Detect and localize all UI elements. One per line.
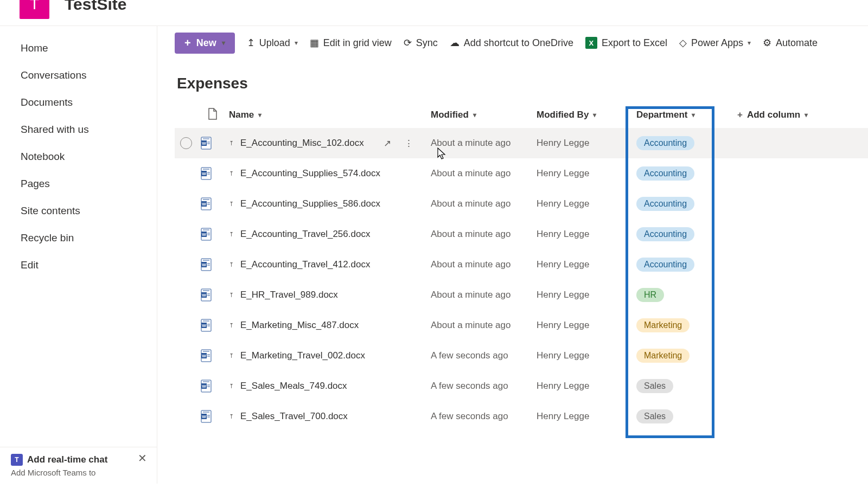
modified-by-cell[interactable]: Henry Legge (537, 320, 629, 331)
word-doc-icon: W (201, 167, 225, 180)
site-logo[interactable]: T (20, 0, 49, 19)
col-name[interactable]: Name ▾ (225, 110, 431, 120)
department-cell: Marketing (629, 349, 716, 363)
col-modified[interactable]: Modified ▾ (431, 110, 537, 120)
power-apps-button[interactable]: ◇ Power Apps ▾ (679, 37, 751, 49)
add-shortcut-button[interactable]: ☁ Add shortcut to OneDrive (450, 37, 573, 49)
svg-text:W: W (202, 262, 206, 267)
nav-item-home[interactable]: Home (0, 35, 157, 62)
left-nav: HomeConversationsDocumentsShared with us… (0, 26, 157, 484)
file-name[interactable]: ⤒E_Accounting_Travel_256.docx (225, 229, 431, 240)
export-excel-button[interactable]: X Export to Excel (585, 37, 667, 49)
new-indicator-icon: ⤒ (229, 140, 234, 147)
modified-by-cell[interactable]: Henry Legge (537, 381, 629, 391)
new-button[interactable]: + New ▾ (175, 33, 235, 54)
modified-by-cell[interactable]: Henry Legge (537, 411, 629, 422)
upload-icon: ↥ (247, 37, 255, 49)
nav-item-edit[interactable]: Edit (0, 252, 157, 279)
modified-by-cell[interactable]: Henry Legge (537, 350, 629, 361)
sync-button[interactable]: ⟳ Sync (404, 37, 438, 49)
table-row[interactable]: W⤒E_Accounting_Supplies_586.docxAbout a … (175, 189, 868, 219)
nav-item-notebook[interactable]: Notebook (0, 143, 157, 170)
svg-text:W: W (202, 171, 206, 176)
department-cell: Accounting (629, 227, 716, 241)
edit-grid-label: Edit in grid view (323, 37, 392, 49)
word-doc-icon: W (201, 380, 225, 393)
col-type-icon[interactable] (201, 108, 225, 123)
chevron-down-icon: ▾ (258, 111, 261, 119)
modified-by-cell[interactable]: Henry Legge (537, 198, 629, 209)
excel-icon: X (585, 37, 597, 49)
table-row[interactable]: W⤒E_HR_Travel_989.docxAbout a minute ago… (175, 280, 868, 310)
new-indicator-icon: ⤒ (229, 261, 234, 268)
teams-promo-title[interactable]: Add real-time chat (27, 454, 107, 465)
share-icon[interactable]: ↗ (384, 138, 391, 149)
department-pill: Accounting (636, 227, 694, 241)
file-name[interactable]: ⤒E_HR_Travel_989.docx (225, 290, 431, 300)
document-list: Name ▾ Modified ▾ Modified By ▾ Departme… (175, 102, 868, 432)
edit-grid-button[interactable]: ▦ Edit in grid view (310, 37, 392, 49)
table-row[interactable]: W⤒E_Accounting_Misc_102.docx↗⋮About a mi… (175, 128, 868, 158)
word-doc-icon: W (201, 197, 225, 210)
modified-by-cell[interactable]: Henry Legge (537, 229, 629, 240)
table-row[interactable]: W⤒E_Accounting_Supplies_574.docxAbout a … (175, 158, 868, 189)
site-header: T TestSite (0, 0, 868, 25)
table-header: Name ▾ Modified ▾ Modified By ▾ Departme… (175, 102, 868, 128)
table-row[interactable]: W⤒E_Accounting_Travel_256.docxAbout a mi… (175, 219, 868, 249)
word-doc-icon: W (201, 258, 225, 271)
file-name[interactable]: ⤒E_Sales_Meals_749.docx (225, 381, 431, 391)
more-icon[interactable]: ⋮ (404, 138, 413, 149)
modified-cell: A few seconds ago (431, 411, 537, 422)
file-name[interactable]: ⤒E_Accounting_Supplies_586.docx (225, 198, 431, 209)
svg-text:W: W (202, 414, 206, 419)
modified-cell: About a minute ago (431, 198, 537, 209)
upload-button[interactable]: ↥ Upload ▾ (247, 37, 298, 49)
file-name[interactable]: ⤒E_Accounting_Travel_412.docx (225, 259, 431, 270)
word-doc-icon: W (201, 319, 225, 332)
automate-icon: ⚙ (763, 37, 771, 49)
row-select-circle[interactable] (180, 137, 192, 149)
chevron-down-icon: ▾ (593, 111, 596, 119)
col-modified-by[interactable]: Modified By ▾ (537, 110, 629, 120)
word-doc-icon: W (201, 349, 225, 362)
file-name[interactable]: ⤒E_Sales_Travel_700.docx (225, 411, 431, 422)
department-cell: Sales (629, 409, 716, 423)
svg-text:W: W (202, 323, 206, 328)
close-icon[interactable]: ✕ (138, 452, 147, 465)
table-row[interactable]: W⤒E_Accounting_Travel_412.docxAbout a mi… (175, 249, 868, 280)
add-column-button[interactable]: + Add column ▾ (716, 110, 868, 120)
nav-item-documents[interactable]: Documents (0, 89, 157, 116)
table-row[interactable]: W⤒E_Sales_Travel_700.docxA few seconds a… (175, 401, 868, 432)
nav-item-site-contents[interactable]: Site contents (0, 197, 157, 224)
site-title[interactable]: TestSite (65, 0, 126, 14)
new-indicator-icon: ⤒ (229, 231, 234, 238)
file-name[interactable]: ⤒E_Accounting_Misc_102.docx↗⋮ (225, 138, 431, 149)
automate-button[interactable]: ⚙ Automate (763, 37, 818, 49)
modified-by-cell[interactable]: Henry Legge (537, 168, 629, 179)
col-department[interactable]: Department ▾ (629, 110, 716, 120)
new-indicator-icon: ⤒ (229, 413, 234, 420)
modified-by-cell[interactable]: Henry Legge (537, 259, 629, 270)
file-name[interactable]: ⤒E_Marketing_Travel_002.docx (225, 350, 431, 361)
new-indicator-icon: ⤒ (229, 201, 234, 208)
modified-by-cell[interactable]: Henry Legge (537, 138, 629, 149)
teams-promo-subtitle: Add Microsoft Teams to (11, 468, 146, 477)
svg-text:W: W (202, 354, 206, 358)
file-name[interactable]: ⤒E_Marketing_Misc_487.docx (225, 320, 431, 331)
col-name-label: Name (229, 110, 254, 120)
new-indicator-icon: ⤒ (229, 292, 234, 299)
chevron-down-icon: ▾ (805, 111, 808, 119)
nav-item-shared-with-us[interactable]: Shared with us (0, 116, 157, 143)
file-name[interactable]: ⤒E_Accounting_Supplies_574.docx (225, 168, 431, 179)
table-row[interactable]: W⤒E_Marketing_Travel_002.docxA few secon… (175, 341, 868, 371)
department-cell: Sales (629, 379, 716, 393)
modified-by-cell[interactable]: Henry Legge (537, 290, 629, 300)
nav-item-pages[interactable]: Pages (0, 170, 157, 197)
table-row[interactable]: W⤒E_Sales_Meals_749.docxA few seconds ag… (175, 371, 868, 401)
table-row[interactable]: W⤒E_Marketing_Misc_487.docxAbout a minut… (175, 310, 868, 341)
modified-cell: A few seconds ago (431, 381, 537, 391)
department-pill: Sales (636, 379, 673, 393)
nav-item-recycle-bin[interactable]: Recycle bin (0, 224, 157, 252)
nav-item-conversations[interactable]: Conversations (0, 62, 157, 89)
plus-icon: + (184, 37, 191, 49)
